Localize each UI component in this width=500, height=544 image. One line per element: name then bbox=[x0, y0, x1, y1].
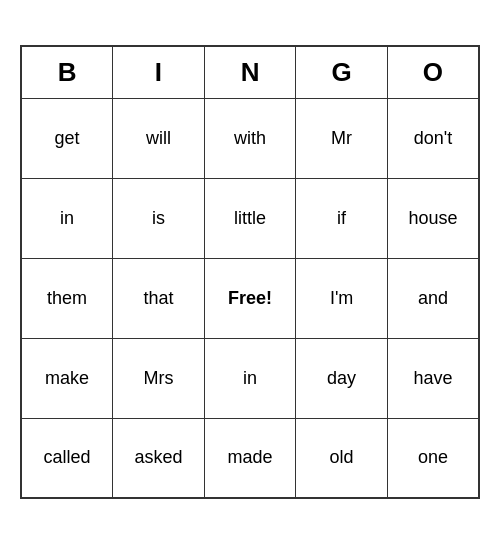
bingo-card: BINGO getwillwithMrdon'tinislittleifhous… bbox=[20, 45, 480, 499]
table-row: themthatFree!I'mand bbox=[21, 258, 479, 338]
table-row: inislittleifhouse bbox=[21, 178, 479, 258]
cell-r3-c3: day bbox=[296, 338, 387, 418]
header-cell-o: O bbox=[387, 46, 479, 98]
cell-r1-c0: in bbox=[21, 178, 113, 258]
cell-r2-c1: that bbox=[113, 258, 205, 338]
cell-r2-c3: I'm bbox=[296, 258, 387, 338]
cell-r4-c3: old bbox=[296, 418, 387, 498]
cell-r3-c0: make bbox=[21, 338, 113, 418]
cell-r2-c2: Free! bbox=[204, 258, 296, 338]
cell-r4-c1: asked bbox=[113, 418, 205, 498]
table-row: getwillwithMrdon't bbox=[21, 98, 479, 178]
cell-r4-c0: called bbox=[21, 418, 113, 498]
header-cell-n: N bbox=[204, 46, 296, 98]
cell-r0-c0: get bbox=[21, 98, 113, 178]
header-row: BINGO bbox=[21, 46, 479, 98]
cell-r0-c4: don't bbox=[387, 98, 479, 178]
header-cell-g: G bbox=[296, 46, 387, 98]
cell-r0-c2: with bbox=[204, 98, 296, 178]
table-row: calledaskedmadeoldone bbox=[21, 418, 479, 498]
cell-r4-c2: made bbox=[204, 418, 296, 498]
cell-r3-c4: have bbox=[387, 338, 479, 418]
cell-r4-c4: one bbox=[387, 418, 479, 498]
header-cell-i: I bbox=[113, 46, 205, 98]
cell-r1-c4: house bbox=[387, 178, 479, 258]
table-row: makeMrsindayhave bbox=[21, 338, 479, 418]
cell-r3-c1: Mrs bbox=[113, 338, 205, 418]
cell-r2-c4: and bbox=[387, 258, 479, 338]
cell-r1-c1: is bbox=[113, 178, 205, 258]
cell-r0-c1: will bbox=[113, 98, 205, 178]
cell-r3-c2: in bbox=[204, 338, 296, 418]
cell-r1-c3: if bbox=[296, 178, 387, 258]
cell-r2-c0: them bbox=[21, 258, 113, 338]
cell-r0-c3: Mr bbox=[296, 98, 387, 178]
cell-r1-c2: little bbox=[204, 178, 296, 258]
header-cell-b: B bbox=[21, 46, 113, 98]
